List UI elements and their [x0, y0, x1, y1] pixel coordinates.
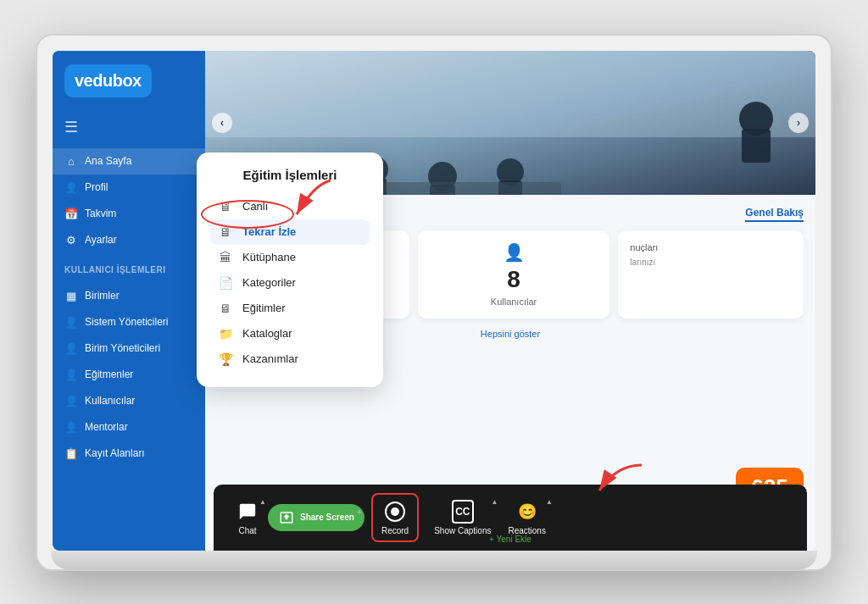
yeni-ekle-link[interactable]: + Yeni Ekle: [489, 535, 531, 544]
popup-title: Eğitim İşlemleri: [210, 168, 370, 182]
canli-icon: 🖥: [217, 200, 234, 213]
sidebar-section-user: Kullanıcı İşlemleri: [53, 258, 205, 278]
svg-rect-11: [742, 129, 771, 163]
tab-genel-bakis[interactable]: Genel Bakış: [745, 207, 804, 222]
card-users: 👤 8 Kullanıcılar: [418, 230, 610, 319]
users-card-icon: 👤: [504, 242, 525, 263]
admin-icon: 👤: [64, 316, 78, 329]
share-screen-btn[interactable]: Share Screen: [268, 504, 364, 531]
users-label: Kullanıcılar: [491, 296, 537, 307]
sidebar-item-birimler[interactable]: ▦ Birimler: [53, 283, 205, 309]
logo-text: vedubox: [75, 71, 142, 90]
svg-rect-1: [205, 51, 815, 137]
calendar-icon: 📅: [64, 208, 78, 220]
hamburger-menu[interactable]: ☰: [53, 111, 205, 143]
sidebar-item-profil[interactable]: 👤 Profil: [53, 175, 205, 201]
mentor-icon: 👤: [64, 421, 78, 434]
user-icon: 👤: [64, 181, 78, 194]
record-btn-circle: [385, 501, 405, 522]
kazanimlar-icon: 🏆: [217, 352, 234, 366]
sidebar-item-birim-yoneticileri[interactable]: 👤 Birim Yöneticileri: [53, 335, 205, 362]
popup-item-tekrar-izle[interactable]: 🖥 Tekrar İzle: [210, 219, 370, 245]
share-screen-icon: [278, 509, 295, 526]
captions-label: Show Captions: [434, 526, 491, 535]
sidebar: vedubox ☰ ⌂ Ana Sayfa 👤 Profil 📅 Takvim: [53, 51, 205, 551]
share-screen-label: Share Screen: [300, 513, 354, 522]
grid-icon: ▦: [64, 290, 78, 302]
popup-item-kataloglar[interactable]: 📁 Kataloglar: [210, 321, 370, 346]
chat-label: Chat: [238, 526, 256, 535]
zoom-tool-share-screen[interactable]: ▲ Share Screen: [268, 504, 364, 531]
sidebar-item-mentorlar[interactable]: 👤 Mentorlar: [53, 414, 205, 441]
banner-prev-button[interactable]: ‹: [212, 113, 232, 133]
laptop-base: [51, 551, 817, 569]
record-dot: [391, 507, 399, 516]
reactions-chevron: ▲: [546, 498, 553, 506]
popup-item-kategoriler[interactable]: 📄 Kategoriler: [210, 270, 370, 296]
popup-item-canli[interactable]: 🖥 Canlı: [210, 194, 370, 219]
zoom-tool-chat[interactable]: ▲ Chat: [227, 495, 268, 540]
users-icon: 👤: [64, 395, 78, 407]
popup-item-kazanimlar[interactable]: 🏆 Kazanımlar: [210, 346, 370, 372]
record-icon: [383, 500, 407, 524]
record-label: Record: [381, 526, 409, 535]
settings-icon: ⚙: [64, 234, 78, 247]
teacher-icon: 👤: [64, 368, 78, 381]
popup-item-kutuphane[interactable]: 🏛 Kütüphane: [210, 245, 370, 270]
laptop-frame: vedubox ☰ ⌂ Ana Sayfa 👤 Profil 📅 Takvim: [36, 34, 832, 571]
zoom-tool-reactions[interactable]: ▲ 😊 Reactions: [499, 495, 554, 540]
zoom-tool-record[interactable]: Record: [371, 493, 419, 542]
home-icon: ⌂: [64, 155, 78, 168]
sidebar-item-sistem-yoneticileri[interactable]: 👤 Sistem Yöneticileri: [53, 309, 205, 335]
sidebar-nav-main: ⌂ Ana Sayfa 👤 Profil 📅 Takvim ⚙ Ayarlar: [53, 143, 205, 258]
kutuphane-icon: 🏛: [217, 251, 234, 264]
sidebar-item-takvim[interactable]: 📅 Takvim: [53, 201, 205, 227]
banner-next-button[interactable]: ›: [788, 113, 809, 133]
tekrar-izle-icon: 🖥: [217, 225, 234, 239]
reactions-icon: 😊: [515, 500, 539, 524]
logo-area: vedubox: [53, 51, 205, 111]
popup-menu: Eğitim İşlemleri 🖥 Canlı 🖥 Tekrar İzle 🏛…: [197, 152, 383, 387]
share-screen-chevron: ▲: [356, 507, 363, 515]
chat-icon: [236, 500, 259, 524]
sidebar-nav-user: ▦ Birimler 👤 Sistem Yöneticileri 👤 Birim…: [53, 278, 205, 472]
laptop-screen: vedubox ☰ ⌂ Ana Sayfa 👤 Profil 📅 Takvim: [53, 51, 815, 551]
results-subtitle: larınızı: [630, 258, 792, 267]
users-count: 8: [507, 266, 520, 293]
results-title: nuçları: [630, 242, 792, 252]
egitimler-icon: 🖥: [217, 302, 234, 315]
captions-chevron: ▲: [492, 498, 498, 506]
manager-icon: 👤: [64, 342, 78, 355]
popup-item-egitimler[interactable]: 🖥 Eğitimler: [210, 296, 370, 321]
captions-icon: CC: [452, 500, 474, 524]
sidebar-item-egitmenler[interactable]: 👤 Eğitmenler: [53, 362, 205, 388]
sidebar-item-ayarlar[interactable]: ⚙ Ayarlar: [53, 227, 205, 253]
kataloglar-icon: 📁: [217, 327, 234, 341]
results-card: nuçları larınızı: [618, 230, 804, 319]
kategoriler-icon: 📄: [217, 276, 234, 290]
sidebar-item-kayit-alanlari[interactable]: 📋 Kayıt Alanları: [53, 441, 205, 467]
zoom-tool-show-captions[interactable]: ▲ CC Show Captions: [426, 495, 499, 540]
sidebar-item-kullanicilar[interactable]: 👤 Kullanıcılar: [53, 388, 205, 414]
registration-icon: 📋: [64, 447, 78, 460]
logo-box: vedubox: [64, 64, 152, 97]
chat-chevron: ▲: [259, 498, 266, 506]
sidebar-item-ana-sayfa[interactable]: ⌂ Ana Sayfa: [53, 148, 205, 175]
